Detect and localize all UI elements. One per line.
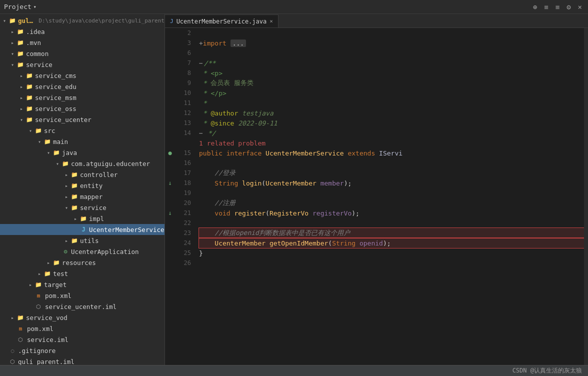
code-line-2 xyxy=(199,28,584,38)
oss-arrow: ▸ xyxy=(18,106,25,112)
sidebar-item-target[interactable]: ▸ 📁 target xyxy=(0,279,164,290)
paren-close-21: ); xyxy=(352,210,360,217)
sidebar-item-src[interactable]: ▾ 📁 src xyxy=(0,125,164,136)
code-content[interactable]: + import ... − /** * <p> xyxy=(195,28,584,365)
login-method: login xyxy=(242,180,262,187)
impl-label: impl xyxy=(89,215,104,222)
target-label: target xyxy=(44,281,66,288)
collapse-plus: + xyxy=(199,40,203,47)
comment-star-13: * xyxy=(199,120,210,127)
sidebar-item-java[interactable]: ▾ 📁 java xyxy=(0,147,164,158)
gear-icon[interactable]: ⚙ xyxy=(564,2,572,12)
sidebar-item-controller[interactable]: ▸ 📁 controller xyxy=(0,169,164,180)
sidebar-item-service-edu[interactable]: ▸ 📁 service_edu xyxy=(0,81,164,92)
sidebar-item-ucenter-member-service[interactable]: J UcenterMemberService xyxy=(0,224,164,235)
sidebar-item-iml-service[interactable]: ⬡ service.iml xyxy=(0,334,164,345)
tab-close-button[interactable]: × xyxy=(270,18,273,24)
sidebar-item-mapper[interactable]: ▸ 📁 mapper xyxy=(0,191,164,202)
sidebar-item-iml-ucenter[interactable]: ⬡ service_ucenter.iml xyxy=(0,301,164,312)
since-value: 2022-09-11 xyxy=(234,120,277,127)
sidebar-item-test[interactable]: ▸ 📁 test xyxy=(0,268,164,279)
sidebar-item-service-vod[interactable]: ▸ 📁 service_vod xyxy=(0,312,164,323)
sidebar-item-pom-root[interactable]: m pom.xml xyxy=(0,323,164,334)
main-label: main xyxy=(53,138,68,146)
status-bar: CSDN @认真生活的灰太狼 xyxy=(0,365,588,376)
mvn-label: .mvn xyxy=(26,39,41,46)
sidebar-item-service-msm[interactable]: ▸ 📁 service_msm xyxy=(0,92,164,103)
linenum-26: 26 xyxy=(175,258,191,268)
author-annotation: @author xyxy=(210,110,238,117)
sidebar-item-service-ucenter[interactable]: ▾ 📁 service_ucenter xyxy=(0,114,164,125)
code-line-16 xyxy=(199,158,584,168)
idea-arrow: ▸ xyxy=(9,29,16,34)
gutter-icon-21: ↓ xyxy=(168,208,172,218)
ucenter-label: service_ucenter xyxy=(35,116,92,124)
extends-kw: extends xyxy=(348,150,379,157)
sidebar-item-resources[interactable]: ▸ 📁 resources xyxy=(0,257,164,268)
sidebar-item-idea[interactable]: ▸ 📁 .idea xyxy=(0,26,164,37)
sidebar-item-mvn[interactable]: ▸ 📁 .mvn xyxy=(0,37,164,48)
code-line-problem: 1 related problem xyxy=(199,138,584,148)
list-icon[interactable]: ≡ xyxy=(542,2,550,12)
comment-star-8: * xyxy=(199,70,210,77)
editor-tab[interactable]: J UcenterMemberService.java × xyxy=(165,14,278,28)
public-kw: public xyxy=(199,150,226,157)
toolbar-icons: ⊕ ≡ ≡ ⚙ × xyxy=(531,2,584,12)
edu-folder-icon: 📁 xyxy=(25,82,34,90)
oss-folder-icon: 📁 xyxy=(25,104,34,112)
member-type: UcenterMember xyxy=(266,180,320,187)
code-editor[interactable]: ● ↓ ↓ 2 3 6 7 8 xyxy=(165,28,588,365)
root-arrow: ▾ xyxy=(1,18,8,24)
sidebar[interactable]: ▾ 📁 guli_parent D:\study\java\code\proje… xyxy=(0,14,165,365)
sidebar-item-impl[interactable]: ▸ 📁 impl xyxy=(0,213,164,224)
res-label: resources xyxy=(62,259,96,266)
void-kw: void xyxy=(214,210,234,217)
paren-open-18: ( xyxy=(262,180,266,187)
pom-uc-icon: m xyxy=(34,292,43,300)
idea-folder-icon: 📁 xyxy=(16,28,25,36)
minus-icon-7: − xyxy=(199,60,203,67)
sidebar-item-service-cms[interactable]: ▸ 📁 service_cms xyxy=(0,70,164,81)
sidebar-item-utils[interactable]: ▸ 📁 utils xyxy=(0,235,164,246)
add-icon[interactable]: ⊕ xyxy=(531,2,539,12)
scrollbar-vertical[interactable] xyxy=(584,28,588,365)
app-icon: ⚙ xyxy=(61,248,70,256)
linenum-23: 23 xyxy=(175,228,191,238)
indent-18 xyxy=(199,180,214,187)
ums-label: UcenterMemberService xyxy=(89,226,164,234)
gitignore-icon: ◌ xyxy=(8,346,17,354)
code-line-8: * <p> xyxy=(199,68,584,78)
sidebar-item-iml-guli[interactable]: ⬡ guli_parent.iml xyxy=(0,356,164,365)
utils-arrow: ▸ xyxy=(63,238,70,244)
code-line-17: //登录 xyxy=(199,168,584,178)
sidebar-item-pom-ucenter[interactable]: m pom.xml xyxy=(0,290,164,301)
pkg-arrow: ▾ xyxy=(54,161,61,166)
impl-arrow: ▸ xyxy=(72,216,79,222)
list2-icon[interactable]: ≡ xyxy=(554,2,562,12)
code-line-3: + import ... xyxy=(199,38,584,48)
code-line-13: * @since 2022-09-11 xyxy=(199,118,584,128)
linenum-17: 17 xyxy=(175,168,191,178)
linenum-8: 8 xyxy=(175,68,191,78)
sidebar-item-entity[interactable]: ▸ 📁 entity xyxy=(0,180,164,191)
cms-arrow: ▸ xyxy=(18,73,25,78)
svc-inner-arrow: ▾ xyxy=(63,205,70,210)
sidebar-item-common[interactable]: ▾ 📁 common xyxy=(0,48,164,59)
linenum-25: 25 xyxy=(175,248,191,258)
sidebar-item-main[interactable]: ▾ 📁 main xyxy=(0,136,164,147)
sidebar-item-ucenter-app[interactable]: ⚙ UcenterApplication xyxy=(0,246,164,257)
code-line-15: public interface UcenterMemberService ex… xyxy=(199,148,584,158)
sidebar-item-gitignore[interactable]: ◌ .gitignore xyxy=(0,345,164,356)
paren-close-24: ); xyxy=(383,240,391,247)
code-line-6 xyxy=(199,48,584,58)
sidebar-item-service[interactable]: ▾ 📁 service xyxy=(0,59,164,70)
res-arrow: ▸ xyxy=(45,260,52,266)
mapper-folder-icon: 📁 xyxy=(70,192,79,200)
close-icon[interactable]: × xyxy=(576,2,584,12)
utils-folder-icon: 📁 xyxy=(70,236,79,244)
sidebar-item-service-inner[interactable]: ▾ 📁 service xyxy=(0,202,164,213)
sidebar-item-service-oss[interactable]: ▸ 📁 service_oss xyxy=(0,103,164,114)
tree-root[interactable]: ▾ 📁 guli_parent D:\study\java\code\proje… xyxy=(0,15,164,26)
gutter-icon-18: ↓ xyxy=(168,178,172,188)
sidebar-item-package[interactable]: ▾ 📁 com.atguigu.educenter xyxy=(0,158,164,169)
